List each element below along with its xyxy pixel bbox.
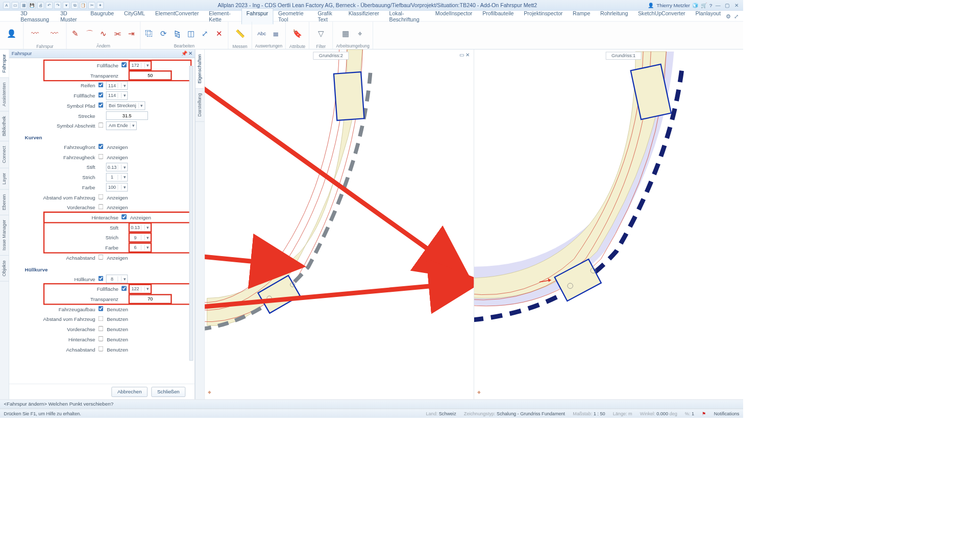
kurven-lineweight-2[interactable]: 0.13▾ bbox=[106, 163, 128, 171]
status-pct[interactable]: 1 bbox=[692, 411, 694, 416]
hull-checkbox-0[interactable] bbox=[99, 276, 104, 281]
menu-tab-rampe[interactable]: Rampe bbox=[568, 8, 595, 24]
hull-checkbox-7[interactable] bbox=[99, 346, 104, 352]
user-name[interactable]: Thierry Metzler bbox=[656, 3, 690, 8]
view-close-icon[interactable]: ✕ bbox=[465, 52, 470, 58]
hull-color-0[interactable]: 8▾ bbox=[106, 274, 128, 283]
close-button[interactable]: Schließen bbox=[152, 387, 186, 397]
help-icon[interactable]: ? bbox=[709, 3, 712, 8]
list-icon[interactable]: ≣ bbox=[270, 26, 282, 42]
panel-close-icon[interactable]: ✕ bbox=[188, 51, 192, 56]
dock-tab-layer[interactable]: Layer bbox=[0, 168, 9, 190]
kurven-checkbox-11[interactable] bbox=[99, 255, 104, 260]
compass-icon[interactable]: ⌖ bbox=[208, 389, 211, 396]
attribute-icon[interactable]: 🔖 bbox=[289, 23, 306, 44]
menu-tab-lokal-beschriftung[interactable]: Lokal-Beschriftung bbox=[384, 8, 430, 24]
dock-tab-bibliothek[interactable]: Bibliothek bbox=[0, 111, 9, 141]
scrollbar-thumb[interactable] bbox=[190, 182, 193, 243]
view-right-tab[interactable]: Grundriss:1 bbox=[606, 52, 642, 60]
kurven-lineweight-8[interactable]: 0.13▾ bbox=[129, 223, 151, 232]
kurven-color-4[interactable]: 100▾ bbox=[106, 183, 128, 192]
dock-tab-fahrspur[interactable]: Fahrspur bbox=[0, 49, 9, 78]
top-checkbox-4[interactable] bbox=[99, 103, 104, 108]
kurven-lineweight-9[interactable]: 9▾ bbox=[129, 233, 151, 242]
mirror2-icon[interactable]: ◫ bbox=[185, 26, 197, 42]
width-icon[interactable]: ⇥ bbox=[126, 26, 137, 42]
dock-tab-assistenten[interactable]: Assistenten bbox=[0, 78, 9, 111]
top-color-2[interactable]: 114▾ bbox=[106, 81, 128, 90]
kurven-checkbox-1[interactable] bbox=[99, 154, 104, 159]
top-select-4[interactable]: Bei Streckenj▾ bbox=[106, 102, 145, 110]
top-checkbox-3[interactable] bbox=[99, 92, 104, 97]
join-icon[interactable]: ⫘ bbox=[111, 26, 123, 42]
hull-checkbox-1[interactable] bbox=[121, 286, 127, 291]
grid-icon[interactable]: ▦ bbox=[340, 26, 352, 42]
status-wink[interactable]: 0.000 bbox=[656, 411, 668, 416]
top-checkbox-0[interactable] bbox=[121, 62, 127, 67]
filter-icon[interactable]: ▽ bbox=[312, 23, 329, 44]
view-right[interactable]: Grundriss:1 ⌖ bbox=[474, 49, 743, 399]
dock-tab-issue-manager[interactable]: Issue Manager bbox=[0, 215, 9, 256]
rotate-icon[interactable]: ⟳ bbox=[158, 26, 169, 42]
status-zeich[interactable]: Schalung - Grundriss Fundament bbox=[497, 411, 565, 416]
status-land[interactable]: Schweiz bbox=[439, 411, 456, 416]
panel-pin-icon[interactable]: 📌 bbox=[181, 51, 187, 56]
top-checkbox-6[interactable] bbox=[99, 122, 104, 128]
top-input-5[interactable] bbox=[106, 111, 148, 120]
notification-icon[interactable]: ⚑ bbox=[702, 411, 706, 416]
dock-tab-connect[interactable]: Connect bbox=[0, 141, 9, 168]
top-select-6[interactable]: Am Ende▾ bbox=[106, 121, 137, 130]
dock-tab-ebenen[interactable]: Ebenen bbox=[0, 189, 9, 215]
cart-icon[interactable]: 🛒 bbox=[701, 3, 707, 8]
gear-icon[interactable]: ⚙ bbox=[726, 13, 731, 19]
compass-icon[interactable]: ⌖ bbox=[477, 389, 481, 396]
measure-icon[interactable]: 📏 bbox=[231, 23, 248, 44]
snap-icon[interactable]: ⌖ bbox=[354, 26, 365, 42]
kurven-color-10[interactable]: 6▾ bbox=[129, 243, 151, 252]
kurven-lineweight-3[interactable]: 1▾ bbox=[106, 173, 128, 182]
expand-icon[interactable]: ⤢ bbox=[734, 13, 739, 19]
kurven-checkbox-0[interactable] bbox=[99, 144, 104, 149]
hull-checkbox-5[interactable] bbox=[99, 326, 104, 331]
panel-tab-eigenschaften[interactable]: Eigenschaften bbox=[195, 49, 204, 89]
menu-tab-profilbauteile[interactable]: Profilbauteile bbox=[477, 8, 519, 24]
hull-checkbox-6[interactable] bbox=[99, 336, 104, 341]
top-input-1[interactable] bbox=[129, 71, 171, 80]
pen-icon[interactable]: ✎ bbox=[69, 26, 81, 42]
top-color-3[interactable]: 114▾ bbox=[106, 91, 128, 100]
top-checkbox-2[interactable] bbox=[99, 83, 104, 88]
copy-icon[interactable]: ⿻ bbox=[143, 26, 155, 42]
abc-icon[interactable]: Abc bbox=[256, 26, 267, 42]
close-window-icon[interactable]: ✕ bbox=[733, 2, 740, 9]
kurven-checkbox-6[interactable] bbox=[99, 204, 104, 209]
status-notifications[interactable]: Notifications bbox=[714, 411, 740, 416]
view-left-tab[interactable]: Grundriss:2 bbox=[313, 52, 349, 60]
menu-tab-modelinspector[interactable]: ModelInspector bbox=[430, 8, 477, 24]
panel-header[interactable]: Fahrspur 📌✕ bbox=[9, 49, 194, 58]
status-mass[interactable]: 1 : 50 bbox=[594, 411, 605, 416]
menu-tab-planlayout[interactable]: Planlayout bbox=[691, 8, 726, 24]
arc-icon[interactable]: ⌒ bbox=[84, 26, 95, 42]
scale-icon[interactable]: ⤢ bbox=[200, 26, 211, 42]
view-restore-icon[interactable]: ▭ bbox=[459, 52, 464, 58]
mirror-icon[interactable]: ⧎ bbox=[172, 26, 183, 42]
dock-tab-objekte[interactable]: Objekte bbox=[0, 256, 9, 281]
app-icon[interactable]: A bbox=[3, 2, 10, 9]
cancel-button[interactable]: Abbrechen bbox=[112, 387, 148, 397]
menu-tab-rohrleitung[interactable]: Rohrleitung bbox=[595, 8, 633, 24]
delete-icon[interactable]: ✕ bbox=[213, 26, 225, 42]
kurven-checkbox-7[interactable] bbox=[121, 214, 127, 219]
hull-checkbox-3[interactable] bbox=[99, 306, 104, 311]
store-icon[interactable]: 🧊 bbox=[692, 3, 698, 8]
spline-icon[interactable]: ∿ bbox=[97, 26, 109, 42]
hull-input-2[interactable] bbox=[129, 295, 171, 304]
fahrspur-edit-icon[interactable]: 〰 bbox=[46, 23, 63, 44]
menu-tab-projektinspector[interactable]: Projektinspector bbox=[519, 8, 568, 24]
view-left[interactable]: Grundriss:2 ▭ ✕ ⌖ bbox=[204, 49, 474, 399]
fahrspur-create-icon[interactable]: 〰 bbox=[27, 23, 43, 44]
hull-checkbox-4[interactable] bbox=[99, 316, 104, 321]
top-color-0[interactable]: 172▾ bbox=[129, 61, 151, 70]
hull-color-1[interactable]: 122▾ bbox=[129, 285, 151, 293]
menu-tab-sketchupconverter[interactable]: SketchUpConverter bbox=[633, 8, 690, 24]
actionbar-user-icon[interactable]: 👤 bbox=[3, 23, 20, 44]
